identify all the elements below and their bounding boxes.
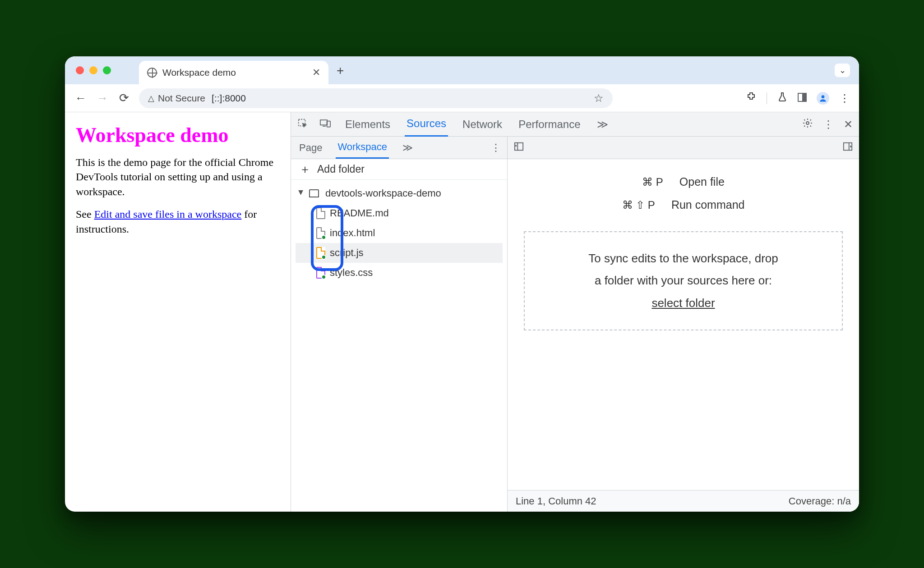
tree-folder-root[interactable]: ▶ devtools-workspace-demo (296, 183, 503, 203)
tab-close-icon[interactable]: ✕ (312, 67, 320, 78)
divider (767, 92, 767, 104)
bookmark-star-icon[interactable]: ☆ (594, 92, 604, 105)
titlebar: Workspace demo ✕ + ⌄ (65, 56, 859, 84)
workspace-dropzone[interactable]: To sync edits to the workspace, drop a f… (524, 231, 843, 330)
subtab-page[interactable]: Page (297, 137, 324, 158)
forward-button[interactable]: → (96, 91, 109, 105)
file-name: index.html (330, 227, 375, 239)
add-folder-label: Add folder (317, 163, 365, 175)
mapped-dot-icon (321, 275, 326, 279)
triangle-icon: ▶ (298, 190, 305, 197)
navigator-tabs: Page Workspace ≫ ⋮ (291, 137, 507, 159)
tab-elements[interactable]: Elements (343, 113, 392, 136)
svg-rect-2 (320, 120, 327, 125)
not-secure-label: Not Secure (158, 93, 205, 104)
warning-icon: △ (148, 93, 154, 103)
inspect-icon[interactable] (297, 118, 307, 131)
plus-icon: ＋ (299, 161, 311, 177)
tree-file-index[interactable]: index.html (296, 223, 503, 243)
svg-point-4 (806, 122, 809, 124)
show-navigator-icon[interactable] (514, 142, 524, 154)
devtools-tab-strip: Elements Sources Network Performance ≫ ⋮… (291, 112, 859, 137)
hint-keys: ⌘ P (642, 176, 663, 188)
tree-file-readme[interactable]: README.md (296, 203, 503, 223)
browser-window: Workspace demo ✕ + ⌄ ← → ⟳ △ Not Secure … (65, 56, 859, 512)
hint-run-command: ⌘ ⇧ P Run command (622, 198, 745, 211)
hint-label: Run command (671, 198, 745, 211)
address-bar: ← → ⟳ △ Not Secure [::]:8000 ☆ ⋮ (65, 84, 859, 112)
sources-main: ⌘ P Open file ⌘ ⇧ P Run command To sync … (508, 137, 859, 512)
tab-sources[interactable]: Sources (405, 112, 448, 137)
hint-open-file: ⌘ P Open file (642, 175, 725, 188)
dropzone-line-1: To sync edits to the workspace, drop (538, 247, 828, 270)
reload-button[interactable]: ⟳ (117, 91, 131, 105)
select-folder-link[interactable]: select folder (651, 296, 715, 310)
devtools-panel: Elements Sources Network Performance ≫ ⋮… (291, 112, 859, 512)
tabs-overflow[interactable]: ≫ (595, 113, 610, 136)
add-folder-button[interactable]: ＋ Add folder (291, 159, 507, 180)
toolbar-icons: ⋮ (746, 92, 850, 105)
file-name: README.md (330, 207, 389, 219)
quick-open-hints: ⌘ P Open file ⌘ ⇧ P Run command (508, 159, 859, 211)
hint-keys: ⌘ ⇧ P (622, 199, 655, 211)
file-icon (316, 227, 325, 239)
folder-name: devtools-workspace-demo (325, 188, 441, 199)
file-name: styles.css (330, 267, 373, 279)
extensions-icon[interactable] (746, 92, 757, 105)
globe-icon (147, 68, 157, 78)
device-toggle-icon[interactable] (320, 118, 331, 131)
file-tree: ▶ devtools-workspace-demo README.md inde… (291, 180, 507, 286)
tab-performance[interactable]: Performance (517, 113, 582, 136)
page-paragraph-1: This is the demo page for the official C… (76, 155, 280, 199)
experiments-icon[interactable] (777, 92, 788, 105)
file-icon (316, 267, 325, 279)
mapped-dot-icon (321, 235, 326, 240)
security-indicator[interactable]: △ Not Secure (148, 93, 205, 104)
settings-gear-icon[interactable] (802, 118, 813, 131)
close-window-button[interactable] (76, 66, 84, 74)
devtools-menu-icon[interactable]: ⋮ (823, 118, 834, 131)
tab-search-button[interactable]: ⌄ (835, 64, 850, 77)
devtools-body: Page Workspace ≫ ⋮ ＋ Add folder ▶ devtoo (291, 137, 859, 512)
svg-point-0 (822, 95, 825, 98)
mapped-dot-icon (321, 255, 326, 260)
titlebar-right: ⌄ (835, 64, 850, 77)
devtools-close-icon[interactable]: ✕ (844, 118, 853, 131)
cursor-position: Line 1, Column 42 (516, 495, 596, 507)
show-debugger-icon[interactable] (843, 142, 853, 154)
back-button[interactable]: ← (74, 91, 88, 105)
side-panel-icon[interactable] (798, 92, 807, 105)
browser-tab[interactable]: Workspace demo ✕ (139, 61, 328, 84)
profile-avatar[interactable] (817, 92, 829, 105)
maximize-window-button[interactable] (103, 66, 111, 74)
editor-statusbar: Line 1, Column 42 Coverage: n/a (508, 490, 859, 512)
dropzone-line-2: a folder with your sources here or: (538, 270, 828, 292)
page-paragraph-2: See Edit and save files in a workspace f… (76, 207, 280, 236)
hint-label: Open file (679, 175, 725, 188)
rendered-page: Workspace demo This is the demo page for… (65, 112, 291, 512)
tree-file-script[interactable]: script.js (296, 243, 503, 263)
new-tab-button[interactable]: + (337, 64, 344, 78)
subtab-workspace[interactable]: Workspace (336, 137, 389, 159)
navigator-menu-icon[interactable]: ⋮ (491, 142, 501, 154)
url-text: [::]:8000 (212, 93, 246, 104)
tab-title: Workspace demo (162, 67, 236, 78)
tree-file-styles[interactable]: styles.css (296, 263, 503, 283)
window-controls (76, 66, 111, 74)
file-icon (316, 247, 325, 259)
omnibox[interactable]: △ Not Secure [::]:8000 ☆ (139, 88, 613, 108)
subtabs-overflow[interactable]: ≫ (401, 137, 415, 158)
tutorial-link[interactable]: Edit and save files in a workspace (94, 208, 242, 220)
tab-network[interactable]: Network (461, 113, 504, 136)
page-heading: Workspace demo (76, 123, 280, 147)
content-area: Workspace demo This is the demo page for… (65, 112, 859, 512)
sources-navigator: Page Workspace ≫ ⋮ ＋ Add folder ▶ devtoo (291, 137, 508, 512)
minimize-window-button[interactable] (89, 66, 97, 74)
file-name: script.js (330, 247, 364, 259)
browser-menu-icon[interactable]: ⋮ (839, 92, 850, 105)
editor-toolbar (508, 137, 859, 159)
p2-prefix: See (76, 208, 94, 220)
coverage-status: Coverage: n/a (789, 495, 851, 507)
folder-icon (309, 189, 319, 197)
file-icon (316, 207, 325, 219)
